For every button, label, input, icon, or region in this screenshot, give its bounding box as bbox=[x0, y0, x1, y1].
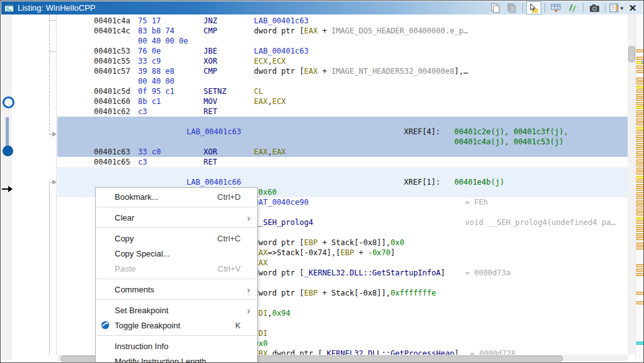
listing-options-button[interactable]: ▾ bbox=[609, 1, 624, 14]
orange-overview-marker[interactable] bbox=[636, 229, 644, 232]
listing-row[interactable]: 00401c5376 0eJBELAB_00401c63 bbox=[1, 46, 631, 56]
import-snapshot-button[interactable] bbox=[548, 1, 563, 14]
orange-overview-marker[interactable] bbox=[636, 89, 644, 93]
menu-item-set-breakpoint[interactable]: Set Breakpoint› bbox=[96, 302, 257, 318]
xref-list: 00401c2e(j), 00401c3f(j), bbox=[454, 127, 568, 137]
yellow-overview-marker[interactable] bbox=[636, 176, 644, 179]
orange-overview-marker[interactable] bbox=[636, 114, 644, 117]
mnemonic: CMP bbox=[204, 26, 217, 36]
orange-overview-marker[interactable] bbox=[636, 135, 644, 138]
orange-overview-marker[interactable] bbox=[636, 184, 644, 187]
yellow-overview-marker[interactable] bbox=[636, 127, 644, 130]
listing-row[interactable]: 00401c5739 88 e8CMPdword ptr [EAX + IMAG… bbox=[1, 66, 631, 76]
orange-overview-marker[interactable] bbox=[636, 171, 644, 175]
orange-overview-marker[interactable] bbox=[636, 225, 644, 228]
sync-markers-button[interactable] bbox=[565, 1, 580, 14]
listing-row[interactable]: 00401c4a(j), 00401c53(j) bbox=[1, 137, 631, 147]
orange-overview-marker[interactable] bbox=[636, 81, 644, 84]
blue-overview-marker[interactable] bbox=[641, 60, 644, 64]
operands: dword ptr [EBP + Stack[-0x8]],0x0 bbox=[254, 238, 404, 248]
orange-overview-marker[interactable] bbox=[636, 94, 644, 97]
menu-item-toggle-breakpoint[interactable]: Toggle BreakpointK bbox=[96, 318, 257, 333]
orange-overview-marker[interactable] bbox=[636, 110, 644, 113]
cyan-overview-marker[interactable] bbox=[636, 342, 644, 345]
orange-overview-marker[interactable] bbox=[636, 118, 644, 122]
orange-overview-marker[interactable] bbox=[636, 98, 644, 101]
orange-overview-marker[interactable] bbox=[636, 233, 644, 236]
orange-overview-marker[interactable] bbox=[636, 163, 644, 166]
yellow-overview-marker[interactable] bbox=[636, 86, 644, 89]
menu-item-bookmark[interactable]: Bookmark...Ctrl+D bbox=[96, 189, 257, 204]
orange-overview-marker[interactable] bbox=[636, 168, 644, 171]
orange-overview-marker[interactable] bbox=[636, 273, 644, 276]
orange-overview-marker[interactable] bbox=[636, 159, 644, 163]
vertical-scrollbar-thumb[interactable] bbox=[628, 46, 635, 62]
orange-overview-marker[interactable] bbox=[636, 200, 644, 204]
orange-overview-marker[interactable] bbox=[636, 147, 644, 150]
yellow-overview-marker[interactable] bbox=[636, 106, 644, 109]
orange-overview-marker[interactable] bbox=[636, 196, 644, 199]
listing-row[interactable]: LAB_00401c63XREF[4]:00401c2e(j), 00401c3… bbox=[1, 127, 631, 137]
orange-overview-marker[interactable] bbox=[636, 122, 644, 125]
listing-row[interactable]: 00401c4a75 17JNZLAB_00401c63 bbox=[1, 16, 631, 26]
orange-overview-marker[interactable] bbox=[636, 246, 644, 250]
paste-button[interactable] bbox=[504, 1, 519, 14]
bytes: 83 b8 74 bbox=[138, 26, 175, 36]
listing-row[interactable]: 00401c5d0f 95 c1SETNZCL bbox=[1, 86, 631, 96]
orange-overview-marker[interactable] bbox=[636, 212, 644, 216]
bytes: 76 0e bbox=[138, 46, 161, 56]
orange-overview-marker[interactable] bbox=[636, 143, 644, 146]
listing-row[interactable]: 00401c62c3RET bbox=[1, 107, 631, 117]
orange-overview-marker[interactable] bbox=[636, 268, 644, 272]
titlebar[interactable]: Listing: WinHelloCPP ▾✕ bbox=[1, 1, 643, 14]
overview-marker-lane[interactable] bbox=[635, 14, 644, 360]
cursor-icon bbox=[529, 3, 539, 13]
orange-overview-marker[interactable] bbox=[636, 155, 644, 158]
orange-overview-marker[interactable] bbox=[636, 139, 644, 142]
copy-button[interactable] bbox=[488, 1, 503, 14]
operands: dword ptr [_KERNEL32.DLL::GetStartupInfo… bbox=[254, 268, 445, 278]
orange-overview-marker[interactable] bbox=[636, 301, 644, 304]
listing-row[interactable]: 00 40 00 bbox=[1, 76, 631, 86]
listing-row[interactable]: LAB_00401c66XREF[1]:00401e4b(j) bbox=[1, 177, 631, 187]
cursor-tracking-button[interactable] bbox=[526, 1, 541, 14]
listing-row[interactable]: 00401c6333 c0XOREAX,EAX bbox=[1, 147, 631, 157]
yellow-overview-marker[interactable] bbox=[636, 217, 644, 220]
menu-item-instruction-info[interactable]: Instruction Info bbox=[96, 338, 257, 354]
titlebar-toolbar: ▾✕ bbox=[487, 1, 643, 14]
orange-overview-marker[interactable] bbox=[636, 264, 644, 267]
orange-overview-marker[interactable] bbox=[636, 78, 644, 81]
menu-item-shortcut: Ctrl+C bbox=[217, 234, 241, 243]
orange-overview-marker[interactable] bbox=[636, 209, 644, 212]
orange-overview-marker[interactable] bbox=[636, 237, 644, 240]
listing-row[interactable]: 00 40 00 0e bbox=[1, 36, 631, 46]
snapshot-camera-button[interactable] bbox=[587, 1, 602, 14]
dropdown-caret-icon[interactable]: ▾ bbox=[620, 5, 623, 11]
listing-row[interactable]: 00401c608b c1MOVEAX,ECX bbox=[1, 96, 631, 107]
orange-overview-marker[interactable] bbox=[636, 292, 644, 295]
orange-overview-marker[interactable] bbox=[636, 130, 644, 134]
menu-item-comments[interactable]: Comments› bbox=[96, 282, 257, 297]
orange-overview-marker[interactable] bbox=[636, 49, 644, 52]
menu-item-copy-special[interactable]: Copy Special... bbox=[96, 246, 257, 261]
orange-overview-marker[interactable] bbox=[636, 66, 644, 69]
orange-overview-marker[interactable] bbox=[636, 102, 644, 105]
orange-overview-marker[interactable] bbox=[636, 243, 644, 246]
close-button[interactable]: ✕ bbox=[625, 1, 640, 14]
orange-overview-marker[interactable] bbox=[636, 204, 644, 207]
orange-overview-marker[interactable] bbox=[636, 180, 644, 183]
orange-overview-marker[interactable] bbox=[636, 221, 644, 224]
listing-row[interactable]: 00401c65c3RET bbox=[1, 157, 631, 167]
orange-overview-marker[interactable] bbox=[636, 192, 644, 195]
menu-item-clear[interactable]: Clear› bbox=[96, 210, 257, 225]
menu-item-paste[interactable]: PasteCtrl+V bbox=[96, 261, 257, 276]
orange-overview-marker[interactable] bbox=[636, 57, 644, 60]
vertical-scrollbar[interactable] bbox=[628, 14, 635, 355]
orange-overview-marker[interactable] bbox=[636, 70, 644, 73]
orange-overview-marker[interactable] bbox=[636, 151, 644, 154]
listing-row[interactable]: 00401c4c83 b8 74CMPdword ptr [EAX + IMAG… bbox=[1, 26, 631, 36]
menu-item-copy[interactable]: CopyCtrl+C bbox=[96, 231, 257, 246]
listing-row[interactable]: 00401c5533 c9XORECX,ECX bbox=[1, 56, 631, 66]
orange-overview-marker[interactable] bbox=[636, 188, 644, 191]
menu-item-modify-instruction-length[interactable]: Modify Instruction Length... bbox=[96, 354, 257, 363]
